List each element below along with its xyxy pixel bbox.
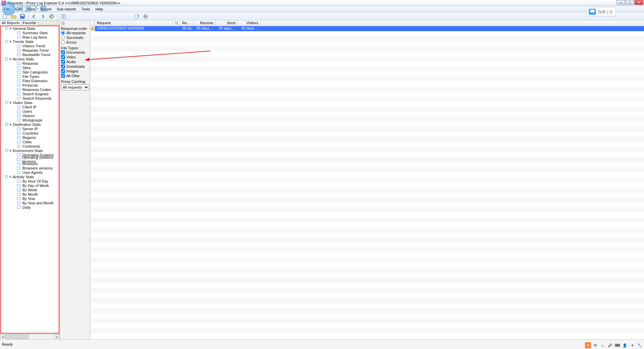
- check-video[interactable]: Video: [61, 55, 89, 59]
- tree-group[interactable]: −Destination Stats: [5, 122, 59, 127]
- tree-item[interactable]: Site Categories: [5, 70, 59, 74]
- menu-subreports[interactable]: Sub-reports: [54, 7, 78, 11]
- tree-item[interactable]: Search Keywords: [5, 96, 59, 100]
- collapse-icon[interactable]: −: [5, 101, 8, 104]
- col-re[interactable]: Re...: [180, 20, 194, 26]
- tree-item[interactable]: Server IP: [5, 127, 59, 131]
- wrench-icon[interactable]: 🔧: [637, 342, 643, 348]
- tree-group[interactable]: −Access Stats: [5, 57, 59, 61]
- collapse-icon[interactable]: −: [5, 175, 8, 178]
- tree-item[interactable]: Raw Log Items: [5, 35, 59, 39]
- ime-lang-icon[interactable]: 中: [592, 342, 598, 348]
- maximize-button[interactable]: □: [626, 0, 634, 5]
- tool-forward[interactable]: [39, 13, 47, 20]
- collapse-icon[interactable]: −: [5, 149, 8, 152]
- col-visitors[interactable]: Visitors: [238, 20, 261, 26]
- tree-item[interactable]: Users: [5, 109, 59, 113]
- tab-all-reports[interactable]: All Reports: [0, 20, 21, 25]
- tree-item[interactable]: Browsers versions: [5, 166, 59, 170]
- collapse-icon[interactable]: −: [5, 40, 8, 43]
- tree-item[interactable]: Operating Systems Versions: [5, 157, 59, 161]
- radio-all-requests[interactable]: All requests: [61, 31, 89, 35]
- tree-item[interactable]: Daily: [5, 205, 59, 209]
- check-images[interactable]: Images: [61, 69, 89, 73]
- tool-open[interactable]: [10, 13, 17, 20]
- menu-file[interactable]: File: [1, 7, 13, 11]
- sogou-ime-icon[interactable]: S: [585, 342, 591, 348]
- tree-item[interactable]: File Types: [5, 74, 59, 79]
- check-downloads[interactable]: Downloads: [61, 64, 89, 69]
- tree-item[interactable]: Files Extension: [5, 79, 59, 83]
- menu-help[interactable]: Help: [93, 7, 106, 11]
- col-send[interactable]: Send: [216, 20, 238, 26]
- punctuation-icon[interactable]: •,: [600, 342, 606, 348]
- tree-item[interactable]: Bandwidth Trend: [5, 52, 59, 57]
- collapse-icon[interactable]: −: [5, 27, 8, 30]
- tool-save[interactable]: [19, 13, 26, 20]
- tree-item[interactable]: Cities: [5, 140, 59, 144]
- settings-icon[interactable]: ✦: [629, 342, 635, 348]
- report-tree[interactable]: −General StatsSummary StatsRaw Log Items…: [0, 26, 59, 334]
- scroll-thumb[interactable]: [5, 335, 29, 339]
- keyboard-icon[interactable]: ⌨: [614, 342, 621, 348]
- tree-item[interactable]: Visitors Trend: [5, 44, 59, 48]
- tree-item[interactable]: Visitors: [5, 113, 59, 118]
- tree-group[interactable]: −Environment Stats: [5, 148, 59, 153]
- radio-errors[interactable]: Errors: [61, 40, 89, 45]
- scroll-left[interactable]: ◂: [0, 334, 5, 340]
- menu-report[interactable]: Report: [38, 7, 54, 11]
- col-icon[interactable]: [90, 20, 95, 26]
- mic-icon[interactable]: 🎤: [607, 342, 613, 348]
- tree-item[interactable]: Summary Stats: [5, 31, 59, 35]
- tree-item[interactable]: Requests Trend: [5, 48, 59, 52]
- radio-successful[interactable]: Successfu: [61, 35, 89, 40]
- tree-item[interactable]: Requests: [5, 61, 59, 65]
- col-request[interactable]: Request: [95, 20, 173, 26]
- check-documents[interactable]: Documents: [61, 50, 89, 55]
- scroll-right[interactable]: ▸: [54, 334, 60, 340]
- tree-item[interactable]: By Day of Week: [5, 183, 59, 188]
- tree-item[interactable]: By Month: [5, 192, 59, 196]
- tree-hscrollbar[interactable]: ◂ ▸: [0, 334, 60, 339]
- tool-columns[interactable]: [60, 13, 67, 20]
- tree-item[interactable]: Sites: [5, 65, 59, 70]
- tree-item[interactable]: Client IP: [5, 105, 59, 109]
- tool-refresh[interactable]: [48, 13, 55, 20]
- proxy-caching-select[interactable]: All requests: [61, 84, 89, 90]
- collapse-icon[interactable]: −: [5, 57, 8, 60]
- col-receive[interactable]: Receive: [194, 20, 216, 26]
- upload-badge[interactable]: 拖拽上传: [587, 7, 616, 16]
- menu-edit[interactable]: Edit: [13, 7, 24, 11]
- tree-item[interactable]: Workgroups: [5, 118, 59, 122]
- tree-item[interactable]: By Hour Of Day: [5, 179, 59, 183]
- tree-item[interactable]: Protocols: [5, 83, 59, 87]
- tree-group[interactable]: −Trends Stats: [5, 39, 59, 44]
- tree-item[interactable]: By Week: [5, 188, 59, 192]
- tree-group[interactable]: −General Stats: [5, 26, 59, 31]
- menu-tools[interactable]: Tools: [79, 7, 93, 11]
- table-row[interactable]: ! UNREGISTERED VERSION 30 da.. 30 days .…: [90, 26, 644, 31]
- grid-body[interactable]: ! UNREGISTERED VERSION 30 da.. 30 days .…: [90, 26, 644, 339]
- tree-item[interactable]: User Agents: [5, 170, 59, 174]
- collapse-icon[interactable]: −: [5, 123, 8, 126]
- tool-back[interactable]: [31, 13, 38, 20]
- tree-item[interactable]: Response Codes: [5, 87, 59, 92]
- tree-item[interactable]: By Year: [5, 196, 59, 201]
- menu-view[interactable]: View: [24, 7, 38, 11]
- tree-item[interactable]: Countries: [5, 131, 59, 135]
- tab-favorite[interactable]: Favorite: [21, 20, 38, 25]
- tree-group[interactable]: −Activity Stats: [5, 174, 59, 179]
- tool-export[interactable]: [133, 13, 141, 20]
- tool-print[interactable]: [142, 13, 149, 20]
- tree-item[interactable]: Continents: [5, 144, 59, 148]
- tool-new[interactable]: [1, 13, 9, 20]
- minimize-button[interactable]: —: [616, 0, 625, 5]
- tree-group[interactable]: −Visitor Stats: [5, 100, 59, 105]
- tree-item[interactable]: Regions: [5, 135, 59, 140]
- check-all-other[interactable]: All Othe: [61, 73, 89, 78]
- col-filter[interactable]: ▽: [173, 20, 180, 26]
- user-icon[interactable]: 👤: [622, 342, 628, 348]
- tree-item[interactable]: Search Engines: [5, 92, 59, 96]
- check-audio[interactable]: Audio: [61, 59, 89, 64]
- tree-item[interactable]: By Year and Month: [5, 201, 59, 205]
